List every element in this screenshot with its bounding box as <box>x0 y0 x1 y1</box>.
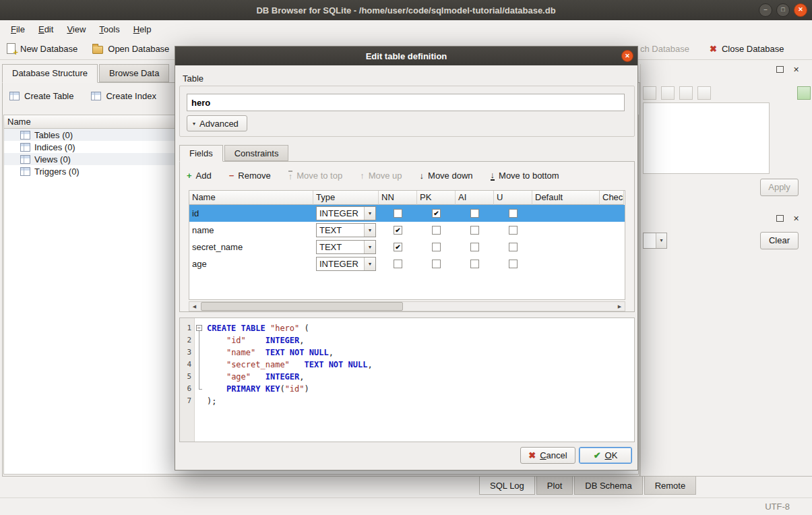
field-ai-cell <box>456 222 494 239</box>
dialog-close-button[interactable]: ✕ <box>621 50 633 62</box>
sql-preview[interactable]: 1234567 − CREATE TABLE "hero" ( "id" INT… <box>179 317 635 442</box>
import-icon[interactable] <box>643 86 656 100</box>
nn-checkbox[interactable] <box>394 209 402 218</box>
field-row-id[interactable]: idINTEGER▾✔ <box>189 205 625 222</box>
column-header-default[interactable]: Default <box>532 191 600 205</box>
tree-item-label: Indices (0) <box>34 142 75 152</box>
ai-checkbox[interactable] <box>470 226 479 235</box>
type-combobox[interactable]: INTEGER▾ <box>316 206 376 220</box>
field-row-age[interactable]: ageINTEGER▾ <box>189 255 625 272</box>
tab-constraints[interactable]: Constraints <box>224 145 289 161</box>
scroll-thumb[interactable] <box>201 302 403 311</box>
code-fold-column: − <box>195 318 204 442</box>
dock-close-icon[interactable]: ✕ <box>793 66 799 73</box>
create-table-button[interactable]: Create Table <box>9 91 73 101</box>
move-down-button[interactable]: ↓Move down <box>420 171 473 181</box>
u-checkbox[interactable] <box>509 209 518 218</box>
field-u-cell <box>494 255 532 272</box>
window-titlebar[interactable]: DB Browser for SQLite - /home/user/code/… <box>0 0 812 20</box>
create-index-button[interactable]: Create Index <box>91 91 156 101</box>
column-header-name[interactable]: Name <box>189 191 313 205</box>
field-row-name[interactable]: nameTEXT▾✔ <box>189 222 625 239</box>
u-checkbox[interactable] <box>509 226 518 235</box>
close-database-label: Close Database <box>722 44 784 54</box>
menu-view[interactable]: View <box>60 22 92 37</box>
column-header-check[interactable]: Check <box>600 191 624 205</box>
bottom-tab-remote[interactable]: Remote <box>644 477 697 495</box>
apply-cell-icon[interactable] <box>797 86 811 100</box>
bottom-tab-plot[interactable]: Plot <box>536 477 573 495</box>
chevron-down-icon[interactable]: ▾ <box>364 224 375 237</box>
ai-checkbox[interactable] <box>470 243 479 251</box>
dock-float-icon[interactable] <box>776 66 784 73</box>
u-checkbox[interactable] <box>509 260 518 268</box>
type-combobox[interactable]: TEXT▾ <box>316 223 376 237</box>
tab-database-structure[interactable]: Database Structure <box>2 64 98 83</box>
menu-file[interactable]: File <box>4 22 32 37</box>
pk-checkbox[interactable] <box>432 243 441 251</box>
ai-checkbox[interactable] <box>470 209 479 218</box>
advanced-button[interactable]: ▾ Advanced <box>187 115 247 131</box>
attach-database-button: ch Database <box>640 44 689 54</box>
tab-browse-data[interactable]: Browse Data <box>99 64 169 82</box>
column-header-pk[interactable]: PK <box>417 191 456 205</box>
bottom-tab-db-schema[interactable]: DB Schema <box>574 477 642 495</box>
bottom-tab-sql-log[interactable]: SQL Log <box>479 477 535 495</box>
column-header-u[interactable]: U <box>494 191 532 205</box>
cancel-label: Cancel <box>540 450 567 460</box>
export-icon[interactable] <box>661 86 675 100</box>
dock-close-icon[interactable]: ✕ <box>793 215 799 222</box>
open-database-button[interactable]: Open Database <box>92 43 169 54</box>
grid-body: idINTEGER▾✔nameTEXT▾✔secret_nameTEXT▾✔ag… <box>189 205 625 272</box>
menu-edit[interactable]: Edit <box>32 22 60 37</box>
close-window-button[interactable]: ✕ <box>794 3 807 17</box>
add-button[interactable]: +Add <box>187 171 212 181</box>
type-combobox[interactable]: INTEGER▾ <box>316 257 376 271</box>
clear-button[interactable]: Clear <box>760 232 799 249</box>
nn-checkbox[interactable]: ✔ <box>394 226 402 235</box>
table-name-input[interactable] <box>187 94 625 111</box>
field-row-secret_name[interactable]: secret_nameTEXT▾✔ <box>189 239 625 255</box>
tab-fields[interactable]: Fields <box>179 145 223 162</box>
remove-button[interactable]: −Remove <box>229 171 271 181</box>
scroll-right-arrow[interactable]: ▶ <box>615 302 625 311</box>
scroll-track[interactable] <box>199 302 615 311</box>
dialog-titlebar[interactable]: Edit table definition ✕ <box>175 47 637 65</box>
nn-checkbox[interactable] <box>394 260 402 268</box>
pk-checkbox[interactable] <box>432 226 441 235</box>
chevron-down-icon[interactable]: ▾ <box>364 258 375 270</box>
pk-checkbox[interactable]: ✔ <box>432 209 441 218</box>
type-combobox[interactable]: TEXT▾ <box>316 240 376 254</box>
scroll-left-arrow[interactable]: ◀ <box>189 302 199 311</box>
print-icon[interactable] <box>697 86 711 100</box>
grid-horizontal-scrollbar[interactable]: ◀ ▶ <box>189 301 625 311</box>
set-null-icon[interactable] <box>679 86 693 100</box>
fold-collapse-icon[interactable]: − <box>196 325 202 331</box>
nn-checkbox[interactable]: ✔ <box>394 243 402 251</box>
sql-code-line: PRIMARY KEY("id") <box>207 383 634 395</box>
close-database-button[interactable]: ✖ Close Database <box>710 44 784 54</box>
cancel-button[interactable]: ✖ Cancel <box>520 447 575 464</box>
dock-float-icon[interactable] <box>776 215 784 222</box>
minimize-button[interactable]: – <box>759 3 772 17</box>
menu-help[interactable]: Help <box>127 22 158 37</box>
ok-button[interactable]: ✔ OK <box>579 447 632 464</box>
chevron-down-icon[interactable]: ▾ <box>364 241 375 253</box>
column-header-type[interactable]: Type <box>313 191 379 205</box>
field-nn-cell <box>379 205 417 222</box>
u-checkbox[interactable] <box>509 243 518 251</box>
ftb-label: Move to bottom <box>499 171 559 181</box>
column-header-nn[interactable]: NN <box>379 191 417 205</box>
apply-button: Apply <box>760 179 799 196</box>
ai-checkbox[interactable] <box>470 260 479 268</box>
advanced-label: Advanced <box>199 119 239 129</box>
move-to-bottom-button[interactable]: ↓Move to bottom <box>491 171 559 181</box>
column-header-ai[interactable]: AI <box>456 191 494 205</box>
maximize-button[interactable]: □ <box>776 3 790 17</box>
pk-checkbox[interactable] <box>432 260 441 268</box>
filter-combobox-fragment[interactable]: ▾ <box>643 233 667 249</box>
new-database-button[interactable]: New Database <box>7 43 77 54</box>
menu-tools[interactable]: Tools <box>92 22 126 37</box>
cell-editor-area[interactable] <box>643 102 770 174</box>
chevron-down-icon[interactable]: ▾ <box>364 207 375 220</box>
